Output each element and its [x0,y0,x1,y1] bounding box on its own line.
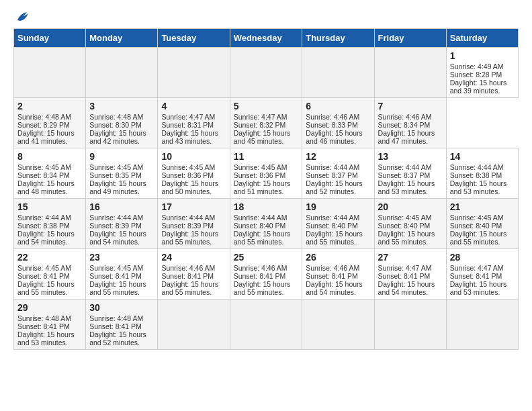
header-sunday: Sunday [14,29,86,48]
sunset-text: Sunset: 8:36 PM [234,171,299,179]
header-tuesday: Tuesday [158,29,230,48]
sunset-text: Sunset: 8:38 PM [17,222,82,230]
calendar-cell [374,48,446,98]
calendar-cell [446,300,518,350]
sunset-text: Sunset: 8:41 PM [17,322,82,330]
calendar-table: SundayMondayTuesdayWednesdayThursdayFrid… [13,28,519,350]
daylight-text: Daylight: 15 hours and 55 minutes. [89,280,154,296]
day-number: 12 [306,151,370,162]
logo-bird-icon [15,11,30,23]
calendar-cell: 3Sunrise: 4:48 AMSunset: 8:30 PMDaylight… [86,98,158,148]
sunrise-text: Sunrise: 4:46 AM [306,264,370,272]
sunrise-text: Sunrise: 4:44 AM [306,214,370,222]
calendar-cell [86,48,158,98]
sunset-text: Sunset: 8:29 PM [17,121,82,129]
day-number: 18 [234,201,299,212]
daylight-text: Daylight: 15 hours and 42 minutes. [89,129,154,145]
day-number: 6 [306,101,370,111]
sunrise-text: Sunrise: 4:45 AM [450,214,515,222]
sunset-text: Sunset: 8:31 PM [161,121,226,129]
sunrise-text: Sunrise: 4:45 AM [161,163,226,171]
calendar-cell: 28Sunrise: 4:47 AMSunset: 8:41 PMDayligh… [446,249,518,300]
sunrise-text: Sunrise: 4:45 AM [378,214,443,222]
calendar-week-1: 1Sunrise: 4:49 AMSunset: 8:28 PMDaylight… [14,48,519,98]
calendar-cell: 26Sunrise: 4:46 AMSunset: 8:41 PMDayligh… [302,249,374,300]
calendar-cell: 22Sunrise: 4:45 AMSunset: 8:41 PMDayligh… [14,249,86,300]
page-header [13,13,519,20]
sunrise-text: Sunrise: 4:46 AM [306,113,370,121]
daylight-text: Daylight: 15 hours and 55 minutes. [450,230,515,246]
daylight-text: Daylight: 15 hours and 55 minutes. [234,230,299,246]
sunrise-text: Sunrise: 4:48 AM [89,113,154,121]
daylight-text: Daylight: 15 hours and 51 minutes. [234,179,299,195]
calendar-cell: 11Sunrise: 4:45 AMSunset: 8:36 PMDayligh… [230,148,302,199]
daylight-text: Daylight: 15 hours and 55 minutes. [378,230,443,246]
day-number: 14 [450,151,515,162]
day-number: 20 [378,201,443,212]
sunrise-text: Sunrise: 4:44 AM [234,214,299,222]
daylight-text: Daylight: 15 hours and 53 minutes. [450,280,515,296]
calendar-cell: 18Sunrise: 4:44 AMSunset: 8:40 PMDayligh… [230,199,302,249]
sunrise-text: Sunrise: 4:44 AM [89,214,154,222]
calendar-week-3: 8Sunrise: 4:45 AMSunset: 8:34 PMDaylight… [14,148,519,199]
sunset-text: Sunset: 8:35 PM [89,171,154,179]
day-number: 25 [234,252,299,263]
daylight-text: Daylight: 15 hours and 55 minutes. [17,280,82,296]
sunrise-text: Sunrise: 4:44 AM [161,214,226,222]
sunset-text: Sunset: 8:41 PM [450,272,515,280]
sunset-text: Sunset: 8:41 PM [378,272,443,280]
sunrise-text: Sunrise: 4:45 AM [89,264,154,272]
sunrise-text: Sunrise: 4:47 AM [161,113,226,121]
calendar-cell [230,300,302,350]
daylight-text: Daylight: 15 hours and 54 minutes. [378,280,443,296]
sunset-text: Sunset: 8:36 PM [161,171,226,179]
day-number: 26 [306,252,370,263]
calendar-cell: 8Sunrise: 4:45 AMSunset: 8:34 PMDaylight… [14,148,86,199]
sunset-text: Sunset: 8:40 PM [306,222,370,230]
calendar-week-6: 29Sunrise: 4:48 AMSunset: 8:41 PMDayligh… [14,300,519,350]
day-number: 5 [234,101,299,111]
sunset-text: Sunset: 8:32 PM [234,121,299,129]
daylight-text: Daylight: 15 hours and 52 minutes. [89,330,154,347]
sunset-text: Sunset: 8:33 PM [306,121,370,129]
sunrise-text: Sunrise: 4:47 AM [234,113,299,121]
daylight-text: Daylight: 15 hours and 55 minutes. [161,280,226,296]
day-number: 4 [161,101,226,111]
day-number: 27 [378,252,443,263]
sunset-text: Sunset: 8:37 PM [378,171,443,179]
daylight-text: Daylight: 15 hours and 39 minutes. [450,79,515,95]
sunset-text: Sunset: 8:28 PM [450,71,515,79]
day-number: 15 [17,201,82,212]
sunset-text: Sunset: 8:34 PM [17,171,82,179]
day-number: 9 [89,151,154,162]
calendar-cell: 21Sunrise: 4:45 AMSunset: 8:40 PMDayligh… [446,199,518,249]
calendar-cell [158,48,230,98]
sunrise-text: Sunrise: 4:48 AM [17,314,82,322]
sunrise-text: Sunrise: 4:49 AM [450,62,515,71]
calendar-cell: 24Sunrise: 4:46 AMSunset: 8:41 PMDayligh… [158,249,230,300]
calendar-cell [230,48,302,98]
header-saturday: Saturday [446,29,518,48]
day-number: 22 [17,252,82,263]
sunrise-text: Sunrise: 4:47 AM [450,264,515,272]
day-number: 19 [306,201,370,212]
day-number: 17 [161,201,226,212]
sunrise-text: Sunrise: 4:44 AM [306,163,370,171]
daylight-text: Daylight: 15 hours and 49 minutes. [89,179,154,195]
sunset-text: Sunset: 8:41 PM [17,272,82,280]
sunrise-text: Sunrise: 4:44 AM [17,214,82,222]
sunset-text: Sunset: 8:38 PM [450,171,515,179]
sunset-text: Sunset: 8:40 PM [450,222,515,230]
calendar-cell: 30Sunrise: 4:48 AMSunset: 8:41 PMDayligh… [86,300,158,350]
daylight-text: Daylight: 15 hours and 46 minutes. [306,129,370,145]
daylight-text: Daylight: 15 hours and 48 minutes. [17,179,82,195]
calendar-week-2: 2Sunrise: 4:48 AMSunset: 8:29 PMDaylight… [14,98,519,148]
daylight-text: Daylight: 15 hours and 55 minutes. [161,230,226,246]
daylight-text: Daylight: 15 hours and 45 minutes. [234,129,299,145]
sunset-text: Sunset: 8:41 PM [306,272,370,280]
day-number: 23 [89,252,154,263]
calendar-cell: 4Sunrise: 4:47 AMSunset: 8:31 PMDaylight… [158,98,230,148]
calendar-cell: 13Sunrise: 4:44 AMSunset: 8:37 PMDayligh… [374,148,446,199]
calendar-cell: 15Sunrise: 4:44 AMSunset: 8:38 PMDayligh… [14,199,86,249]
calendar-cell [14,48,86,98]
